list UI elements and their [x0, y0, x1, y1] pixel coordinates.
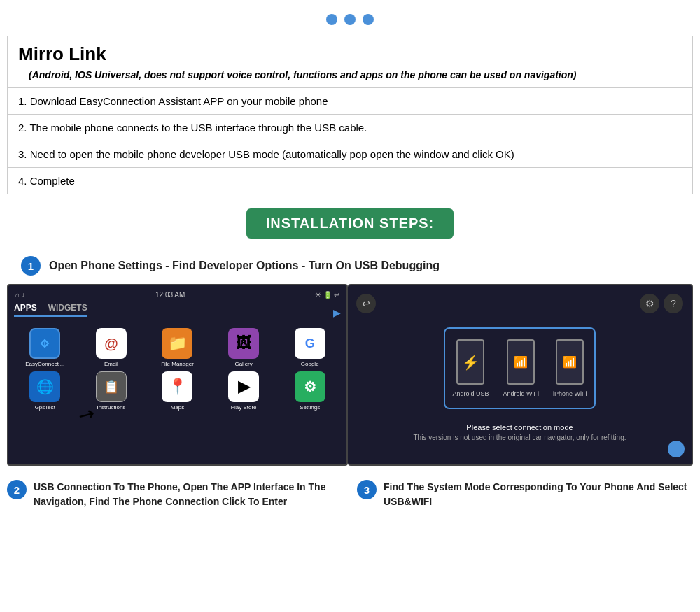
app-maps-label: Maps	[171, 404, 185, 411]
screenshot-right: ↩ ⚙ ? ⚡ Android USB 📶 Android WiFi	[348, 284, 693, 466]
bottom-instructions: 2 USB Connection To The Phone, Open The …	[7, 480, 693, 509]
app-files-label: File Manager	[161, 361, 194, 367]
sc-right-icons-group: ⚙ ?	[640, 294, 683, 313]
app-google-label: Google	[301, 361, 319, 367]
app-email-icon: @	[96, 328, 127, 359]
app-maps[interactable]: 📍 Maps	[146, 371, 209, 411]
mirro-step-1: 1. Download EasyConnection Assistant APP…	[8, 88, 692, 115]
app-playstore[interactable]: ▶ Play Store	[213, 371, 275, 411]
sc-time: 12:03 AM	[155, 291, 185, 299]
pagination-dots	[0, 0, 700, 36]
app-gpstest-label: GpsTest	[35, 404, 55, 411]
sc-top-bar: ⌂ ↓ 12:03 AM ☀ 🔋 ↩	[14, 291, 341, 299]
step2-text: USB Connection To The Phone, Open The AP…	[34, 480, 343, 509]
sc-tab-widgets[interactable]: WIDGETS	[48, 303, 88, 313]
sc-tabs: APPS WIDGETS	[14, 303, 88, 317]
app-files[interactable]: 📁 File Manager	[146, 328, 209, 367]
app-gallery-label: Gallery	[234, 361, 252, 367]
install-header-wrapper: INSTALLATION STEPS:	[0, 208, 700, 239]
mirro-step-4: 4. Complete	[8, 168, 692, 194]
step1-instruction: 1 Open Phone Settings - Find Developer O…	[21, 256, 693, 276]
select-mode-text: Please select connection mode	[413, 423, 626, 432]
sc-gear-icon[interactable]: ⚙	[640, 294, 659, 313]
mirro-title: Mirro Link	[8, 36, 692, 68]
screenshots-row: ⌂ ↓ 12:03 AM ☀ 🔋 ↩ APPS WIDGETS ▶ EasyCo…	[7, 284, 693, 466]
conn-android-usb[interactable]: ⚡ Android USB	[452, 339, 489, 397]
conn-android-wifi-phone: 📶	[507, 339, 535, 385]
app-maps-icon: 📍	[162, 371, 192, 402]
mirro-step-2: 2. The mobile phone connects to the USB …	[8, 115, 692, 141]
app-easyconnect[interactable]: EasyConnecti...	[14, 328, 76, 367]
app-google-icon: G	[295, 328, 326, 359]
sc-right-bottom: Please select connection mode This versi…	[413, 423, 626, 441]
step1-number: 1	[21, 256, 41, 276]
dot-2[interactable]	[344, 14, 356, 25]
sc-play-store-btn[interactable]: ▶	[333, 307, 341, 318]
mirro-steps: 1. Download EasyConnection Assistant APP…	[8, 87, 692, 194]
step1-text: Open Phone Settings - Find Developer Opt…	[49, 259, 440, 272]
step2-number: 2	[7, 480, 27, 499]
conn-android-wifi-label: Android WiFi	[503, 390, 540, 397]
conn-android-wifi[interactable]: 📶 Android WiFi	[503, 339, 540, 397]
app-google[interactable]: G Google	[279, 328, 341, 367]
step3-text: Find The System Mode Corresponding To Yo…	[384, 480, 693, 509]
connection-box: ⚡ Android USB 📶 Android WiFi 📶 iPhone Wi…	[444, 327, 595, 409]
app-easyconnect-icon	[29, 328, 60, 359]
sc-apps-grid: EasyConnecti... @ Email 📁 File Manager 🖼…	[14, 328, 341, 411]
app-easyconnect-label: EasyConnecti...	[25, 361, 64, 367]
wifi-icon-iphone: 📶	[563, 355, 577, 369]
mirro-link-section: Mirro Link (Android, IOS Universal, does…	[7, 36, 693, 194]
app-gallery-icon: 🖼	[228, 328, 259, 359]
app-settings[interactable]: ⚙ Settings	[279, 371, 341, 411]
conn-android-usb-label: Android USB	[452, 390, 489, 397]
sc-status-icons: ☀ 🔋 ↩	[315, 291, 340, 299]
app-gpstest[interactable]: 🌐 GpsTest	[14, 371, 76, 411]
mirro-step-3: 3. Need to open the mobile phone develop…	[8, 141, 692, 168]
app-settings-icon: ⚙	[295, 371, 326, 402]
app-playstore-label: Play Store	[231, 404, 257, 411]
conn-iphone-wifi[interactable]: 📶 iPhone WiFi	[553, 339, 587, 397]
dot-1[interactable]	[326, 14, 337, 25]
mirro-subtitle: (Android, IOS Universal, does not suppor…	[8, 68, 692, 87]
dot-3[interactable]	[363, 14, 374, 25]
step2-item: 2 USB Connection To The Phone, Open The …	[7, 480, 343, 509]
screenshot-left: ⌂ ↓ 12:03 AM ☀ 🔋 ↩ APPS WIDGETS ▶ EasyCo…	[7, 284, 348, 466]
version-text: This version is not used in the original…	[413, 434, 626, 441]
sc-home-icon: ⌂ ↓	[15, 291, 25, 299]
install-header: INSTALLATION STEPS:	[246, 208, 454, 239]
app-email[interactable]: @ Email	[80, 328, 143, 367]
app-email-label: Email	[104, 361, 118, 367]
conn-android-usb-phone: ⚡	[456, 339, 484, 385]
step3-number: 3	[357, 480, 377, 499]
usb-icon: ⚡	[462, 354, 479, 371]
sc-right-circle	[668, 441, 685, 457]
conn-iphone-wifi-phone: 📶	[556, 339, 584, 385]
app-files-icon: 📁	[162, 328, 192, 359]
app-playstore-icon: ▶	[228, 371, 259, 402]
step3-item: 3 Find The System Mode Corresponding To …	[357, 480, 693, 509]
sc-help-icon[interactable]: ?	[664, 294, 683, 313]
sc-tab-apps[interactable]: APPS	[14, 303, 37, 313]
wifi-icon-android: 📶	[514, 355, 528, 369]
app-gallery[interactable]: 🖼 Gallery	[213, 328, 275, 367]
sc-back-icon[interactable]: ↩	[356, 294, 376, 313]
conn-iphone-wifi-label: iPhone WiFi	[553, 390, 587, 397]
app-gpstest-icon: 🌐	[29, 371, 60, 402]
app-instructions-label: Instructions	[97, 404, 125, 411]
app-instructions-icon: 📋	[96, 371, 127, 402]
app-settings-label: Settings	[300, 404, 320, 411]
sc-right-topbar: ↩ ⚙ ?	[356, 294, 683, 313]
